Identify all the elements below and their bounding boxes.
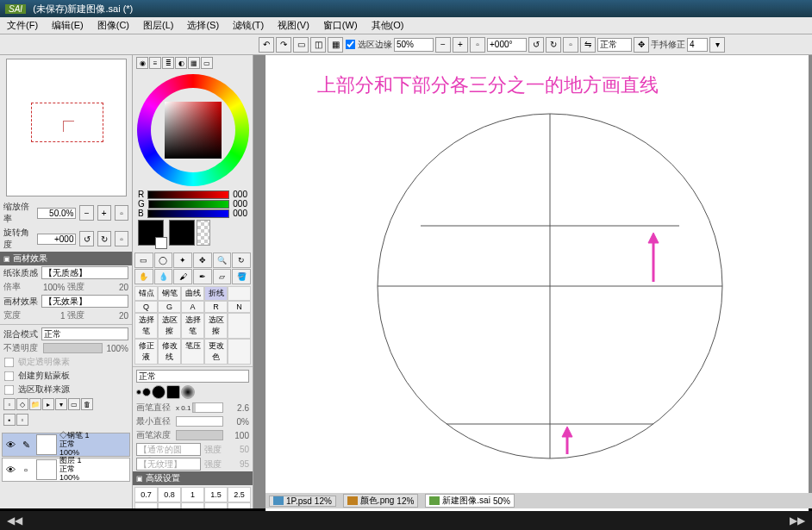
stabilizer-opt-icon[interactable]: ▾ <box>709 37 725 53</box>
tool-move-icon[interactable]: ✥ <box>193 253 212 268</box>
adv-preset[interactable] <box>228 502 251 508</box>
tool-wand-icon[interactable]: ✦ <box>173 253 192 268</box>
rgb-slider-icon[interactable]: ≡ <box>149 57 161 69</box>
menu-select[interactable]: 选择(S) <box>180 17 226 34</box>
brush-preset[interactable] <box>142 388 151 396</box>
rot-reset-icon[interactable]: ▫ <box>563 37 578 53</box>
rot-plus-icon[interactable]: ↻ <box>97 231 111 246</box>
bg-color-swatch[interactable] <box>155 237 167 249</box>
tool-eraser-icon[interactable]: ▱ <box>213 269 232 284</box>
tool-brush-icon[interactable]: 🖌 <box>173 269 192 284</box>
brush-preset[interactable] <box>136 390 141 395</box>
transfer-icon[interactable]: ▸ <box>42 398 54 410</box>
doc-tab-color[interactable]: 颜色.png12% <box>343 494 418 508</box>
blend-select[interactable] <box>597 38 632 52</box>
tool-hand-icon[interactable]: ✋ <box>134 269 153 284</box>
tool-selerase[interactable]: 选区擦 <box>158 313 181 339</box>
rot-zero-icon[interactable]: ▫ <box>115 231 128 246</box>
delete-layer-icon[interactable]: 🗑 <box>81 398 93 410</box>
mask-apply-icon[interactable]: ▫ <box>16 414 28 426</box>
tool-rotate-icon[interactable]: ↻ <box>232 253 251 268</box>
tool-selpen2[interactable]: 选择笔 <box>181 313 204 339</box>
tool-selerase2[interactable]: 选区擦 <box>204 313 228 339</box>
tool-pressure[interactable]: 笔压 <box>181 339 204 365</box>
rot-ccw-icon[interactable]: ↺ <box>528 37 544 53</box>
zoom-out-icon[interactable]: − <box>435 37 451 53</box>
opacity-slider[interactable] <box>43 343 103 353</box>
menu-edit[interactable]: 编辑(E) <box>45 17 91 34</box>
zoom-in-icon[interactable]: + <box>453 37 468 53</box>
tool-pen[interactable]: 钢笔 <box>158 286 181 301</box>
navigator-viewport[interactable] <box>31 103 103 142</box>
angle-input[interactable] <box>487 38 527 52</box>
mixer-icon[interactable]: ◐ <box>175 57 187 69</box>
tool-empty1[interactable] <box>228 286 251 301</box>
zoom-minus-icon[interactable]: − <box>79 205 93 221</box>
menu-file[interactable]: 文件(F) <box>0 17 45 34</box>
brush-tex-select[interactable]: 【无纹理】 <box>136 458 201 471</box>
tool-bucket-icon[interactable]: 🪣 <box>232 269 251 284</box>
brush-preset[interactable] <box>152 385 166 399</box>
brush-preset[interactable] <box>181 385 195 399</box>
canvas[interactable]: 上部分和下部分各三分之一的地方画直线 <box>265 55 809 522</box>
g-slider[interactable] <box>148 200 230 209</box>
adv-preset[interactable]: 1 <box>181 487 204 502</box>
tool-selpen[interactable]: 选择笔 <box>134 313 158 339</box>
effect-select[interactable]: 【无效果】 <box>41 295 128 308</box>
adv-preset[interactable] <box>204 502 228 508</box>
tool-showsel-icon[interactable]: ▦ <box>328 37 343 53</box>
prev-icon[interactable]: ◀◀ <box>7 514 22 527</box>
color-wheel[interactable] <box>137 74 249 186</box>
tool-deselect-icon[interactable]: ▭ <box>293 37 309 53</box>
menu-image[interactable]: 图像(C) <box>91 17 136 34</box>
zoom-fit-icon[interactable]: ▫ <box>115 205 128 221</box>
clear-icon[interactable]: ▭ <box>68 398 80 410</box>
brush-shape-select[interactable]: 【通常的圆形】 <box>136 443 201 456</box>
adv-preset[interactable]: 0.7 <box>134 487 158 502</box>
tool-polyline[interactable]: 折线 <box>204 286 228 301</box>
tool-recolor[interactable]: 更改色 <box>204 339 228 365</box>
stabilizer-input[interactable] <box>687 38 708 52</box>
zoom-plus-icon[interactable]: + <box>97 205 111 221</box>
tool-editline[interactable]: 修改线 <box>158 339 181 365</box>
r-slider[interactable] <box>147 190 229 199</box>
adv-preset[interactable] <box>134 502 158 508</box>
tool-zoom-icon[interactable]: 🔍 <box>213 253 232 268</box>
tool-invert-icon[interactable]: ◫ <box>310 37 326 53</box>
recent-color[interactable] <box>169 220 195 246</box>
tool-empty2[interactable] <box>228 313 251 339</box>
tool-empty3[interactable] <box>228 339 251 365</box>
transparent-swatch[interactable] <box>197 220 210 246</box>
lock-alpha-checkbox[interactable] <box>4 357 15 367</box>
layer-item-1[interactable]: 👁 ▫ 图层 1 正常100% <box>2 458 130 482</box>
swatches-icon[interactable]: ▦ <box>188 57 200 69</box>
new-layer-icon[interactable]: ▫ <box>3 398 16 410</box>
new-linework-icon[interactable]: ◇ <box>16 398 28 410</box>
adv-preset[interactable]: 2.5 <box>228 487 251 502</box>
b-slider[interactable] <box>147 209 230 218</box>
clip-mask-checkbox[interactable] <box>4 371 15 381</box>
tool-rectsel-icon[interactable]: ▭ <box>134 253 153 268</box>
doc-tab-new[interactable]: 新建图像.sai50% <box>425 494 515 508</box>
adv-header[interactable]: 高级设置 <box>133 471 253 485</box>
scratchpad-icon[interactable]: ▭ <box>201 57 213 69</box>
menu-other[interactable]: 其他(O) <box>365 17 411 34</box>
next-icon[interactable]: ▶▶ <box>790 514 805 527</box>
brush-preset[interactable] <box>166 385 180 399</box>
adv-preset[interactable]: 1.5 <box>204 487 228 502</box>
brush-mode-select[interactable]: 正常 <box>136 370 249 383</box>
tool-pen-icon[interactable]: ✒ <box>193 269 212 284</box>
menu-window[interactable]: 窗口(W) <box>316 17 365 34</box>
adv-preset[interactable]: 0.8 <box>158 487 181 502</box>
visibility-icon[interactable]: 👁 <box>3 465 18 475</box>
tool-lasso-icon[interactable]: ◯ <box>154 253 173 268</box>
navigator-thumb[interactable] <box>6 59 127 196</box>
rot-value[interactable]: +000 <box>37 234 76 245</box>
adv-preset[interactable] <box>181 502 204 508</box>
sel-edge-checkbox[interactable] <box>346 40 356 50</box>
zoom-reset-icon[interactable]: ▫ <box>470 37 485 53</box>
brush-density-slider[interactable] <box>176 430 223 440</box>
doc-tab-1p[interactable]: 1P.psd12% <box>269 496 336 507</box>
color-wheel-icon[interactable]: ◉ <box>136 57 148 69</box>
material-header[interactable]: 画材效果 <box>0 252 132 265</box>
